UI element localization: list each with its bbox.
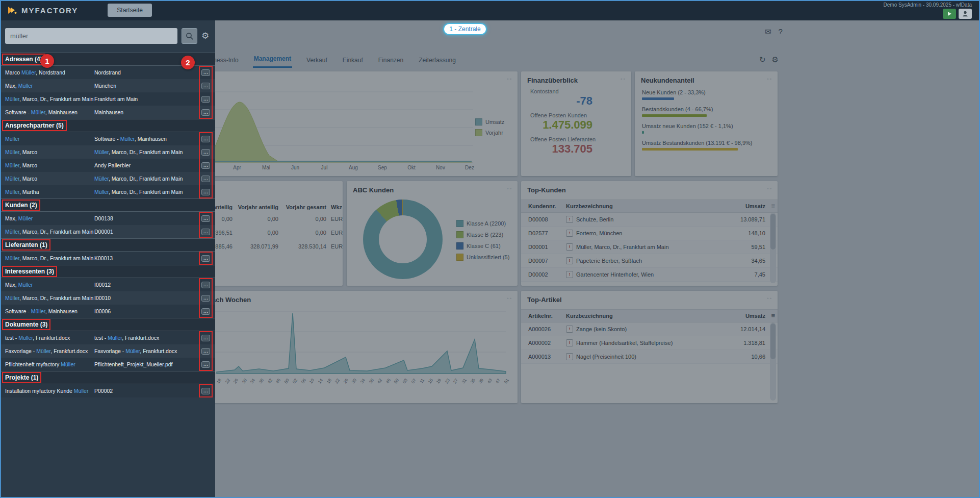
search-result-row[interactable]: Faxvorlage - Müller, Frankfurt.docxFaxvo… (0, 344, 215, 358)
search-group-label: Dokumente (3) (5, 321, 47, 328)
more-options-button[interactable]: … (201, 162, 210, 169)
search-input[interactable] (5, 28, 177, 44)
search-result-row[interactable]: Müller, Marco, Dr., Frankfurt am MainI00… (0, 291, 215, 305)
result-text: P00002 (94, 388, 113, 394)
highlighted-match: Müller (125, 348, 140, 354)
result-text: , Frankfurt.docx (33, 335, 70, 341)
search-result-row[interactable]: Installation myfactory Kunde MüllerP0000… (0, 384, 215, 397)
more-options-button[interactable]: … (201, 149, 210, 156)
search-results-list: Adressen (4)Marco Müller, NordstrandNord… (0, 53, 215, 397)
result-text: , Frankfurt.docx (122, 335, 159, 341)
highlighted-match: Müller (36, 348, 50, 354)
result-text: , Marco, Dr., Frankfurt am Main (19, 229, 93, 235)
topbar: MYFACTORY Startseite Demo SysAdmin - 30.… (0, 0, 980, 20)
result-text: Software - (5, 308, 31, 314)
site-selector-button[interactable]: 1 - Zentrale (443, 23, 487, 35)
result-primary: Installation myfactory Kunde Müller (5, 388, 94, 394)
more-options-button[interactable]: … (201, 69, 210, 76)
search-result-row[interactable]: Müller, Marco, Dr., Frankfurt am MainFra… (0, 92, 215, 106)
more-options-button[interactable]: … (201, 295, 210, 302)
search-group: Dokumente (3)test - Müller, Frankfurt.do… (0, 318, 215, 371)
more-options-button[interactable]: … (201, 176, 210, 182)
search-result-row[interactable]: MüllerSoftware - Müller, Mainhausen… (0, 132, 215, 145)
more-options-button[interactable]: … (201, 83, 210, 89)
result-primary: Müller, Marco (5, 176, 94, 182)
topbar-right: Demo SysAdmin - 30.09.2025 - wfData (884, 2, 980, 19)
result-text: Faxvorlage - (94, 348, 125, 354)
search-group: Projekte (1)Installation myfactory Kunde… (0, 371, 215, 397)
more-options-button[interactable]: … (201, 348, 210, 355)
more-options-button[interactable]: … (201, 96, 210, 103)
search-result-row[interactable]: test - Müller, Frankfurt.docxtest - Müll… (0, 331, 215, 344)
highlighted-match: Müller (5, 229, 19, 235)
more-options-button[interactable]: … (201, 388, 210, 394)
result-primary: Müller, Marco (5, 149, 94, 155)
more-options-button[interactable]: … (201, 215, 210, 222)
result-secondary: Müller, Marco, Dr., Frankfurt am Main (94, 149, 198, 155)
result-text: test - (94, 335, 108, 341)
more-options-button[interactable]: … (201, 308, 210, 315)
result-text: , Marco, Dr., Frankfurt am Main (19, 96, 93, 102)
result-primary: Pflichtenheft myfactory Müller (5, 361, 94, 367)
more-options-button[interactable]: … (201, 361, 210, 368)
result-text: , Marco, Dr., Frankfurt am Main (109, 149, 183, 155)
result-secondary: D00001 (94, 229, 198, 235)
highlighted-match: Müller (21, 69, 36, 76)
highlighted-match: Müller (5, 96, 19, 102)
search-result-row[interactable]: Pflichtenheft myfactory MüllerPflichtenh… (0, 358, 215, 371)
result-text: Pflichtenheft myfactory (5, 361, 61, 367)
more-options-button[interactable]: … (201, 136, 210, 142)
highlighted-match: Müller (31, 308, 45, 314)
more-options-button[interactable]: … (201, 229, 210, 235)
result-primary: Müller, Marco, Dr., Frankfurt am Main (5, 96, 94, 102)
search-result-row[interactable]: Müller, MarthaMüller, Marco, Dr., Frankf… (0, 185, 215, 198)
result-text: , Marco (19, 176, 37, 182)
more-options-button[interactable]: … (201, 189, 210, 195)
result-text: Software - (94, 136, 120, 142)
more-options-button[interactable]: … (201, 282, 210, 288)
highlighted-match: Müller (5, 295, 19, 301)
quick-action-button[interactable] (943, 9, 956, 19)
more-options-button[interactable]: … (201, 255, 210, 262)
startseite-tab[interactable]: Startseite (108, 4, 152, 17)
session-info: Demo SysAdmin - 30.09.2025 - wfData (884, 3, 972, 8)
search-button[interactable] (182, 28, 197, 44)
result-text: , Frankfurt.docx (140, 348, 177, 354)
result-text: , Marco, Dr., Frankfurt am Main (109, 176, 183, 182)
result-text: , Mainhausen (45, 308, 78, 314)
result-primary: Müller, Marco (5, 162, 94, 168)
result-text: I00010 (94, 295, 111, 301)
search-result-row[interactable]: Max, MüllerD00138… (0, 212, 215, 225)
search-result-row[interactable]: Software - Müller, MainhausenMainhausen… (0, 106, 215, 119)
result-text: München (94, 83, 116, 89)
search-result-row[interactable]: Müller, MarcoMüller, Marco, Dr., Frankfu… (0, 172, 215, 185)
search-result-row[interactable]: Software - Müller, MainhausenI00006… (0, 305, 215, 318)
result-text: Pflichtenheft_Projekt_Mueller.pdf (94, 361, 173, 367)
result-text: Andy Pallerbier (94, 162, 131, 168)
search-result-row[interactable]: Max, MüllerMünchen… (0, 79, 215, 92)
search-result-row[interactable]: Müller, MarcoAndy Pallerbier… (0, 159, 215, 172)
highlighted-match: Müller (94, 176, 109, 182)
result-text: , Martha (19, 189, 39, 195)
topbar-buttons (943, 9, 972, 19)
myfactory-logo: MYFACTORY (0, 5, 78, 15)
search-result-row[interactable]: Müller, MarcoMüller, Marco, Dr., Frankfu… (0, 145, 215, 159)
result-text: Max, (5, 282, 18, 288)
more-options-button[interactable]: … (201, 335, 210, 341)
search-result-row[interactable]: Marco Müller, NordstrandNordstrand… (0, 66, 215, 79)
user-button[interactable] (959, 9, 972, 19)
logo-text: MYFACTORY (21, 6, 78, 15)
highlighted-match: Müller (5, 149, 19, 155)
search-group-label: Ansprechpartner (5) (5, 122, 64, 129)
search-settings-gear-icon[interactable]: ⚙ (201, 31, 209, 41)
search-result-row[interactable]: Müller, Marco, Dr., Frankfurt am MainK00… (0, 252, 215, 265)
highlighted-match: Müller (18, 83, 33, 89)
result-primary: Müller, Marco, Dr., Frankfurt am Main (5, 229, 94, 235)
more-options-button[interactable]: … (201, 109, 210, 116)
result-secondary: Nordstrand (94, 69, 198, 76)
arrow-icon (946, 11, 952, 17)
search-result-row[interactable]: Müller, Marco, Dr., Frankfurt am MainD00… (0, 225, 215, 238)
result-primary: test - Müller, Frankfurt.docx (5, 335, 94, 341)
result-text: D00001 (94, 229, 113, 235)
search-result-row[interactable]: Max, MüllerI00012… (0, 278, 215, 291)
